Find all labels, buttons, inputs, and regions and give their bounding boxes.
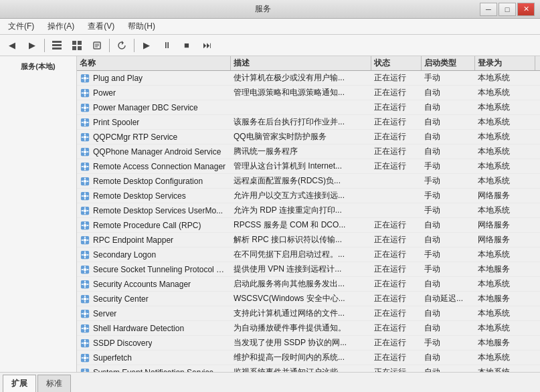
svg-rect-38 [84,133,86,135]
table-row[interactable]: Plug and Play使计算机在极少或没有用户输...正在运行手动本地系统 [77,71,540,86]
svg-rect-35 [87,122,89,123]
service-logon-cell: 本地系统 [475,203,535,217]
service-desc-cell: 允许用户以交互方式连接到远... [231,189,371,203]
svg-rect-110 [84,310,86,312]
svg-rect-4 [78,41,82,45]
svg-rect-62 [84,192,86,194]
table-row[interactable]: Remote Procedure Call (RPC)RPCSS 服务是 COM… [77,218,540,233]
table-row[interactable]: Power管理电源策略和电源策略通知...正在运行自动本地系统 [77,86,540,100]
pause-button[interactable]: ⏸ [157,37,176,54]
separator-3 [134,39,134,52]
service-desc-cell: 当发现了使用 SSDP 协议的网... [231,336,371,350]
table-row[interactable]: Remote Desktop Configuration远程桌面配置服务(RDC… [77,174,540,189]
table-row[interactable]: Remote Desktop Services UserMo...允许为 RDP… [77,203,540,218]
table-row[interactable]: Print Spooler该服务在后台执行打印作业并...正在运行自动本地系统 [77,115,540,130]
col-header-desc[interactable]: 描述 [231,56,371,70]
tab-standard[interactable]: 标准 [37,375,71,392]
menu-file[interactable]: 文件(F) [3,19,39,33]
menu-bar: 文件(F) 操作(A) 查看(V) 帮助(H) [0,19,540,35]
svg-rect-3 [72,41,76,45]
svg-rect-106 [82,298,84,300]
service-rows[interactable]: Plug and Play使计算机在极少或没有用户输...正在运行手动本地系统 … [77,71,540,372]
service-logon-cell: 本地系统 [475,306,535,320]
svg-rect-128 [84,354,86,356]
svg-rect-112 [82,313,84,314]
svg-rect-39 [84,138,86,140]
svg-marker-11 [122,41,124,45]
svg-rect-122 [84,339,86,341]
table-row[interactable]: Security CenterWSCSVC(Windows 安全中心...正在运… [77,292,540,306]
menu-action[interactable]: 操作(A) [42,19,80,33]
table-row[interactable]: Remote Desktop Services允许用户以交互方式连接到远...手… [77,189,540,203]
service-startup-cell: 手动 [422,174,475,188]
menu-help[interactable]: 帮助(H) [122,19,161,33]
svg-rect-111 [84,315,86,317]
table-row[interactable]: QQPhone Manager Android Service腾讯统一服务程序正… [77,144,540,159]
service-startup-cell: 自动 [422,144,475,159]
service-name: Security Accounts Manager [93,280,191,289]
table-row[interactable]: Secure Socket Tunneling Protocol S...提供使… [77,262,540,277]
svg-rect-64 [82,195,84,197]
close-button[interactable]: ✕ [517,3,535,16]
service-icon [80,146,90,157]
start-button[interactable]: ▶ [137,37,156,54]
service-icon [80,88,90,98]
properties-button[interactable] [88,37,106,54]
restart-button[interactable]: ⏭ [197,37,216,54]
table-row[interactable]: RPC Endpoint Mapper解析 RPC 接口标识符以传输...正在运… [77,233,540,248]
table-row[interactable]: Remote Access Connection Manager管理从这台计算机… [77,159,540,174]
maximize-button[interactable]: □ [499,3,516,16]
menu-view[interactable]: 查看(V) [82,19,120,33]
service-status-cell: 正在运行 [371,277,422,291]
col-header-startup[interactable]: 启动类型 [422,56,475,70]
back-button[interactable]: ◀ [3,37,21,54]
svg-rect-77 [87,225,89,226]
service-desc-cell: WSCSVC(Windows 安全中心... [231,292,371,306]
table-row[interactable]: SSDP Discovery当发现了使用 SSDP 协议的网...正在运行手动本… [77,336,540,351]
svg-rect-71 [87,210,89,211]
service-logon-cell: 本地系统 [475,159,535,173]
col-header-logon[interactable]: 登录为 [475,56,535,70]
table-row[interactable]: QQPCMgr RTP ServiceQQ电脑管家实时防护服务正在运行自动本地系… [77,130,540,144]
col-header-name[interactable]: 名称 [77,56,231,70]
tab-expanded[interactable]: 扩展 [3,375,36,392]
svg-rect-1 [52,44,62,46]
refresh-button[interactable] [112,37,131,54]
service-desc-cell: 该服务在后台执行打印作业并... [231,115,371,129]
table-row[interactable]: Power Manager DBC Service正在运行自动本地系统 [77,100,540,115]
service-name-cell: Print Spooler [77,115,231,129]
svg-point-49 [84,165,86,167]
svg-rect-26 [84,104,86,106]
svg-point-127 [84,356,86,359]
minimize-button[interactable]: ─ [480,3,497,16]
table-row[interactable]: Server支持此计算机通过网络的文件...正在运行自动本地系统 [77,306,540,321]
table-row[interactable]: Secondary Logon在不同凭据下启用启动过程。...正在运行手动本地系… [77,248,540,262]
table-row[interactable]: Security Accounts Manager启动此服务将向其他服务发出..… [77,277,540,292]
service-name-cell: QQPCMgr RTP Service [77,130,231,144]
svg-rect-123 [84,345,86,347]
service-startup-cell: 自动 [422,306,475,320]
service-name-cell: Remote Procedure Call (RPC) [77,218,231,232]
forward-button[interactable]: ▶ [23,37,41,54]
table-row[interactable]: Shell Hardware Detection为自动播放硬件事件提供通知。正在… [77,321,540,336]
table-row[interactable]: System Event Notification Service监视系统事件并… [77,365,540,372]
service-name: Print Spooler [93,118,139,127]
service-startup-cell: 手动 [422,248,475,262]
svg-rect-2 [52,47,62,50]
service-logon-cell: 网络服务 [475,189,535,203]
service-icon [80,279,90,290]
service-status-cell: 正在运行 [371,86,422,100]
stop-button[interactable]: ■ [177,37,196,54]
col-header-status[interactable]: 状态 [371,56,422,70]
svg-rect-70 [82,210,84,211]
detail-view-button[interactable] [68,37,86,54]
service-icon [80,161,90,172]
service-name-cell: QQPhone Manager Android Service [77,144,231,159]
svg-rect-94 [82,269,84,270]
service-desc-cell: 管理电源策略和电源策略通知... [231,86,371,100]
table-row[interactable]: Superfetch维护和提高一段时间内的系统...正在运行自动本地系统 [77,351,540,365]
service-logon-cell: 本地服务 [475,336,535,350]
service-desc-cell: QQ电脑管家实时防护服务 [231,130,371,144]
list-view-button[interactable] [48,37,66,54]
service-icon [80,294,90,304]
